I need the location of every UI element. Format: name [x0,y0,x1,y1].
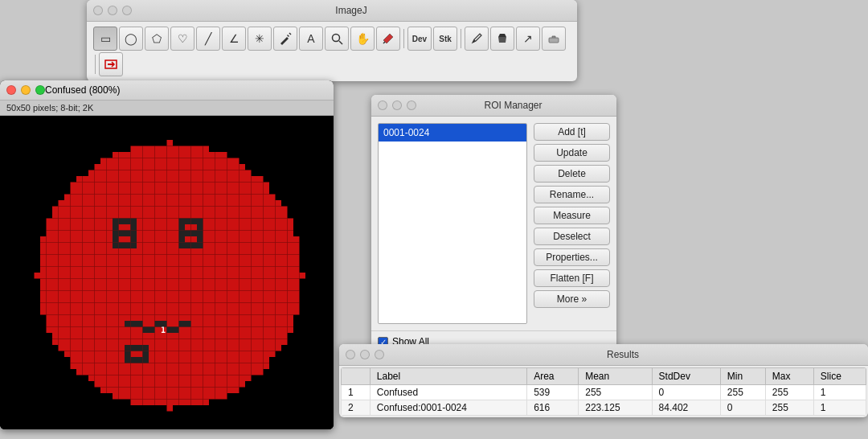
toolbar-separator3 [95,55,96,74]
more-button[interactable]: More » [534,290,610,308]
confused-info: 50x50 pixels; 8-bit; 2K [0,101,334,116]
zoom-tool[interactable] [325,27,349,51]
cell-min: 255 [720,385,765,400]
cell-slice: 1 [813,400,866,416]
dropper-tool[interactable] [376,27,400,51]
pixel-face-canvas [0,116,334,429]
results-title: Results [384,349,862,360]
properties-button[interactable]: Properties... [534,248,610,266]
cell-slice: 1 [813,385,866,400]
confused-minimize-button[interactable] [21,85,31,95]
rectangle-tool[interactable]: ▭ [93,27,117,51]
col-slice: Slice [813,368,866,385]
svg-line-4 [383,42,385,43]
pen-tool[interactable] [465,27,489,51]
text-tool[interactable]: A [299,27,323,51]
roi-close-button[interactable] [378,101,387,110]
flatten-button[interactable]: Flatten [F] [534,269,610,287]
cell-max: 255 [765,400,813,416]
table-row: 2Confused:0001-0024616223.12584.40202551 [342,400,866,416]
stk-tool[interactable]: Stk [433,27,457,51]
add-button[interactable]: Add [t] [534,123,610,141]
imagej-title: ImageJ [132,5,571,16]
roi-list-item[interactable]: 0001-0024 [379,124,526,142]
cell-area: 616 [527,400,579,416]
maximize-button[interactable] [122,6,132,15]
cell-index: 2 [342,400,371,416]
confused-titlebar: Confused (800%) [0,80,334,101]
results-rows: 1Confused539255025525512Confused:0001-00… [342,385,866,416]
more-tool[interactable] [99,52,123,76]
confused-image-window: Confused (800%) 50x50 pixels; 8-bit; 2K [0,80,334,429]
roi-maximize-button[interactable] [407,101,416,110]
minimize-button[interactable] [108,6,117,15]
results-table: Label Area Mean StdDev Min Max Slice 1Co… [341,367,866,416]
bucket-tool[interactable] [490,27,514,51]
imagej-toolbar-window: ImageJ ▭ ◯ ⬠ ♡ ╱ ∠ ✳ A ✋ Dev Stk ↗ [87,0,577,81]
roi-manager-window: ROI Manager 0001-0024 Add [t] Update Del… [371,95,616,367]
roi-minimize-button[interactable] [392,101,402,110]
results-window: Results Label Area Mean StdDev Min Max S… [339,344,868,417]
traffic-lights [93,6,132,15]
toolbar-separator [403,29,404,48]
dev-tool[interactable]: Dev [407,27,432,51]
cell-min: 0 [720,400,765,416]
svg-point-1 [333,35,340,42]
imagej-titlebar: ImageJ [87,0,577,22]
cell-label: Confused:0001-0024 [370,400,526,416]
eraser-tool[interactable] [542,27,566,51]
col-label: Label [370,368,526,385]
table-row: 1Confused53925502552551 [342,385,866,400]
svg-line-2 [339,41,342,44]
roi-body: 0001-0024 Add [t] Update Delete Rename..… [371,117,616,330]
delete-button[interactable]: Delete [534,165,610,183]
roi-list[interactable]: 0001-0024 [378,123,527,324]
oval-tool[interactable]: ◯ [119,27,143,51]
col-index [342,368,371,385]
col-max: Max [765,368,813,385]
angle-tool[interactable]: ∠ [222,27,246,51]
results-minimize-button[interactable] [360,350,370,359]
roi-title: ROI Manager [416,100,610,111]
cell-label: Confused [370,385,526,400]
results-traffic-lights [346,350,384,359]
col-stddev: StdDev [652,368,720,385]
results-body: Label Area Mean StdDev Min Max Slice 1Co… [341,367,866,416]
point-tool[interactable]: ✳ [248,27,272,51]
roi-titlebar: ROI Manager [371,95,616,117]
confused-maximize-button[interactable] [35,85,45,95]
col-mean: Mean [579,368,652,385]
rename-button[interactable]: Rename... [534,186,610,203]
arrow-tool[interactable]: ↗ [516,27,540,51]
confused-close-button[interactable] [6,85,16,95]
cell-stddev: 0 [652,385,720,400]
line-tool[interactable]: ╱ [196,27,220,51]
freehand-tool[interactable]: ♡ [170,27,194,51]
wand-tool[interactable] [273,27,297,51]
results-maximize-button[interactable] [375,350,384,359]
close-button[interactable] [93,6,103,15]
results-titlebar: Results [339,344,868,366]
imagej-toolbar: ▭ ◯ ⬠ ♡ ╱ ∠ ✳ A ✋ Dev Stk ↗ [87,22,577,81]
cell-max: 255 [765,385,813,400]
confused-traffic-lights [6,85,45,95]
svg-rect-5 [549,38,559,43]
cell-index: 1 [342,385,371,400]
results-close-button[interactable] [346,350,355,359]
deselect-button[interactable]: Deselect [534,228,610,245]
measure-button[interactable]: Measure [534,207,610,224]
roi-buttons: Add [t] Update Delete Rename... Measure … [534,123,610,324]
cell-mean: 223.125 [579,400,652,416]
confused-canvas [0,116,334,429]
svg-line-0 [289,33,291,35]
cell-stddev: 84.402 [652,400,720,416]
toolbar-separator2 [461,29,461,48]
confused-title: Confused (800%) [45,84,120,96]
update-button[interactable]: Update [534,144,610,162]
hand-tool[interactable]: ✋ [350,27,375,51]
results-header-row: Label Area Mean StdDev Min Max Slice [342,368,866,385]
polygon-tool[interactable]: ⬠ [145,27,169,51]
col-min: Min [720,368,765,385]
cell-mean: 255 [579,385,652,400]
roi-traffic-lights [378,101,416,110]
